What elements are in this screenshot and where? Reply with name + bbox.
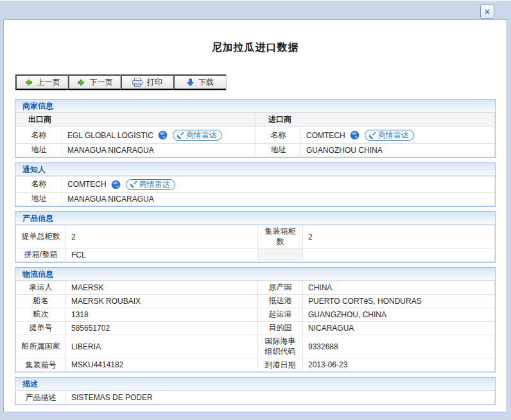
- description-value: SISTEMAS DE PODER: [66, 391, 495, 405]
- satellite-dish-icon: [177, 132, 184, 139]
- notify-table: 名称 COMTECH 商情雷达 地址 MANAGUA NICARAGUA: [15, 176, 495, 206]
- table-row: 船名 MAERSK ROUBAIX 抵达港 PUERTO CORTéS, HON…: [16, 295, 495, 308]
- product-table: 提单总柜数 2 集装箱柜数 2 拼箱/整箱 FCL: [15, 225, 495, 262]
- product-label: 拼箱/整箱: [16, 249, 66, 262]
- prev-page-button[interactable]: 上一页: [15, 74, 68, 90]
- logistics-label: 航次: [16, 308, 66, 322]
- globe-icon[interactable]: [111, 180, 121, 189]
- logistics-label: 到港日期: [258, 358, 303, 372]
- section-merchant-info: 商家信息 出口商 进口商 名称 EGL GLOBAL LOGISTIC 商情雷达: [15, 99, 496, 158]
- notify-name-label: 名称: [16, 177, 62, 193]
- download-label: 下载: [198, 77, 214, 88]
- importer-name-value: COMTECH 商情雷达: [301, 127, 495, 144]
- exporter-name-label: 名称: [16, 127, 62, 144]
- logistics-label: 船所属国家: [16, 335, 66, 358]
- table-row: 航次 1318 起运港 GUANGZHOU, CHINA: [16, 308, 495, 322]
- print-button[interactable]: 打印: [121, 74, 173, 90]
- import-data-dialog: 尼加拉瓜进口数据 上一页 下一页 打印 下载 商家信息 出口商 进口商: [3, 19, 507, 412]
- radar-badge-label: 商情雷达: [186, 130, 217, 141]
- globe-icon[interactable]: [350, 130, 359, 140]
- next-page-button[interactable]: 下一页: [68, 74, 121, 90]
- green-arrow-right-icon: [77, 78, 85, 87]
- section-logistics-info: 物流信息 承运人 MAERSK 原产国 CHINA 船名 MAERSK ROUB…: [15, 267, 496, 372]
- product-label: [258, 249, 303, 262]
- logistics-value: GUANGZHOU, CHINA: [303, 308, 495, 322]
- section-notify-party: 通知人 名称 COMTECH 商情雷达 地址: [15, 162, 496, 207]
- table-row: 地址 MANAGUA NICARAGUA 地址 GUANGZHOU CHINA: [16, 144, 495, 157]
- satellite-dish-icon: [130, 180, 137, 188]
- section-description-title: 描述: [15, 378, 495, 390]
- importer-name-label: 名称: [256, 127, 301, 144]
- description-table: 产品描述 SISTEMAS DE PODER: [15, 390, 495, 405]
- logistics-label: 提单号: [16, 322, 66, 335]
- section-merchant-title: 商家信息: [15, 100, 495, 112]
- logistics-value: 585651702: [66, 322, 258, 335]
- logistics-label: 承运人: [16, 281, 66, 295]
- section-product-info: 产品信息 提单总柜数 2 集装箱柜数 2 拼箱/整箱 FCL: [15, 211, 496, 263]
- logistics-label: 原产国: [258, 281, 303, 295]
- product-value: FCL: [66, 249, 258, 262]
- table-row: 集装箱号 MSKU4414182 到港日期 2013-06-23: [16, 358, 495, 372]
- exporter-address-label: 地址: [16, 144, 62, 157]
- logistics-value: MAERSK ROUBAIX: [66, 295, 258, 308]
- radar-badge[interactable]: 商情雷达: [173, 130, 222, 141]
- product-value: [303, 249, 495, 262]
- section-product-title: 产品信息: [15, 212, 495, 225]
- logistics-label: 起运港: [258, 308, 303, 322]
- table-row: 提单号 585651702 目的国 NICARAGUA: [16, 322, 495, 335]
- logistics-value: CHINA: [303, 281, 495, 295]
- radar-badge[interactable]: 商情雷达: [365, 130, 414, 141]
- product-value: 2: [303, 225, 495, 249]
- exporter-address-value: MANAGUA NICARAGUA: [62, 144, 256, 157]
- radar-badge-label: 商情雷达: [139, 179, 170, 190]
- notify-address-label: 地址: [16, 193, 62, 206]
- exporter-header: 出口商: [16, 113, 256, 127]
- section-logistics-title: 物流信息: [15, 268, 495, 281]
- table-row: 名称 EGL GLOBAL LOGISTIC 商情雷达 名称 COMTECH: [16, 127, 495, 144]
- printer-icon: [132, 78, 143, 87]
- print-label: 打印: [147, 77, 162, 88]
- description-label: 产品描述: [16, 391, 66, 405]
- table-row: 地址 MANAGUA NICARAGUA: [16, 193, 495, 206]
- notify-name-value: COMTECH 商情雷达: [62, 177, 495, 193]
- table-row: 拼箱/整箱 FCL: [16, 249, 495, 262]
- radar-badge[interactable]: 商情雷达: [126, 179, 175, 190]
- merchant-table: 出口商 进口商 名称 EGL GLOBAL LOGISTIC 商情雷达 名称: [15, 112, 495, 157]
- close-icon: ✕: [484, 8, 491, 16]
- notify-address-value: MANAGUA NICARAGUA: [62, 193, 495, 206]
- logistics-label: 抵达港: [258, 295, 303, 308]
- blue-arrow-down-icon: [187, 78, 194, 87]
- green-arrow-left-icon: [24, 78, 33, 87]
- table-row: 提单总柜数 2 集装箱柜数 2: [16, 225, 495, 249]
- table-row: 承运人 MAERSK 原产国 CHINA: [16, 281, 495, 295]
- logistics-value: MSKU4414182: [66, 358, 258, 372]
- exporter-name-text: EGL GLOBAL LOGISTIC: [67, 131, 153, 140]
- globe-icon[interactable]: [158, 130, 168, 140]
- table-row: 船所属国家 LIBERIA 国际海事组织代码 9332688: [16, 335, 495, 358]
- logistics-label: 船名: [16, 295, 66, 308]
- importer-address-label: 地址: [256, 144, 301, 157]
- section-notify-title: 通知人: [15, 163, 495, 176]
- logistics-label: 国际海事组织代码: [258, 335, 303, 358]
- logistics-value: PUERTO CORTéS, HONDURAS: [303, 295, 495, 308]
- table-row: 名称 COMTECH 商情雷达: [16, 177, 495, 193]
- logistics-value: LIBERIA: [66, 335, 258, 358]
- radar-badge-label: 商情雷达: [378, 130, 409, 141]
- page-background: { "window": { "close_glyph": "✕" }, "pag…: [0, 0, 511, 420]
- notify-name-text: COMTECH: [67, 180, 107, 189]
- logistics-value: 2013-06-23: [303, 358, 495, 372]
- logistics-label: 目的国: [258, 322, 303, 335]
- importer-header: 进口商: [256, 113, 495, 127]
- logistics-value: 1318: [66, 308, 258, 322]
- logistics-table: 承运人 MAERSK 原产国 CHINA 船名 MAERSK ROUBAIX 抵…: [15, 281, 495, 372]
- logistics-value: NICARAGUA: [303, 322, 495, 335]
- table-row: 出口商 进口商: [16, 113, 495, 127]
- download-button[interactable]: 下载: [173, 74, 226, 90]
- importer-name-text: COMTECH: [306, 131, 345, 140]
- product-value: 2: [66, 225, 258, 249]
- product-label: 集装箱柜数: [258, 225, 303, 249]
- close-button[interactable]: ✕: [480, 4, 494, 19]
- page-title: 尼加拉瓜进口数据: [4, 41, 507, 55]
- satellite-dish-icon: [368, 132, 376, 139]
- prev-page-label: 上一页: [37, 77, 60, 88]
